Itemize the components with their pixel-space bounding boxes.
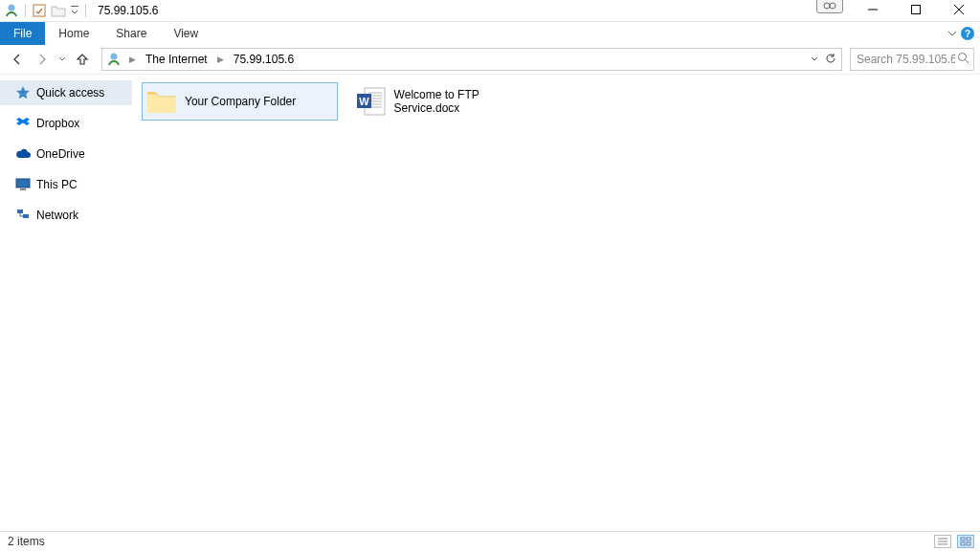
sidebar-item-label: OneDrive bbox=[36, 147, 85, 161]
app-icon bbox=[4, 3, 19, 18]
monitor-icon bbox=[15, 177, 31, 192]
maximize-button[interactable] bbox=[894, 0, 937, 19]
back-button[interactable] bbox=[6, 48, 29, 71]
explorer-body: Quick access Dropbox OneDrive This PC Ne… bbox=[0, 74, 980, 531]
folder-icon bbox=[143, 82, 181, 121]
forward-button[interactable] bbox=[31, 48, 54, 71]
svg-rect-13 bbox=[20, 188, 26, 190]
chevron-right-icon[interactable]: ▶ bbox=[213, 55, 228, 64]
svg-rect-31 bbox=[967, 542, 970, 545]
svg-rect-30 bbox=[961, 542, 965, 545]
file-tab[interactable]: File bbox=[0, 22, 45, 45]
large-icons-view-button[interactable] bbox=[957, 535, 974, 548]
tab-share[interactable]: Share bbox=[102, 22, 160, 45]
minimize-button[interactable] bbox=[851, 0, 894, 19]
refresh-button[interactable] bbox=[824, 52, 837, 68]
sidebar-item-network[interactable]: Network bbox=[0, 203, 132, 228]
sidebar-item-quick-access[interactable]: Quick access bbox=[0, 80, 132, 105]
svg-rect-2 bbox=[71, 6, 78, 7]
tab-view[interactable]: View bbox=[160, 22, 212, 45]
sidebar-item-label: Quick access bbox=[36, 86, 104, 99]
sync-icon[interactable] bbox=[816, 0, 843, 13]
sidebar-item-label: This PC bbox=[36, 178, 78, 191]
chevron-right-icon[interactable]: ▶ bbox=[125, 55, 140, 64]
status-bar: 2 items bbox=[0, 531, 980, 551]
item-label: Welcome to FTP Service.docx bbox=[390, 88, 546, 115]
sidebar-item-this-pc[interactable]: This PC bbox=[0, 172, 132, 197]
network-icon bbox=[15, 208, 31, 223]
svg-line-11 bbox=[966, 60, 969, 63]
onedrive-icon bbox=[15, 146, 31, 162]
window-title: 75.99.105.6 bbox=[98, 4, 158, 17]
item-folder[interactable]: Your Company Folder bbox=[142, 82, 338, 121]
address-dropdown-icon[interactable] bbox=[811, 53, 818, 66]
search-box[interactable] bbox=[850, 48, 974, 71]
separator bbox=[25, 4, 26, 17]
properties-icon[interactable] bbox=[32, 3, 47, 18]
sidebar-item-label: Dropbox bbox=[36, 117, 79, 130]
sidebar-item-onedrive[interactable]: OneDrive bbox=[0, 142, 132, 166]
svg-rect-29 bbox=[967, 538, 970, 540]
word-doc-icon: W bbox=[352, 82, 390, 121]
svg-rect-1 bbox=[33, 5, 45, 16]
details-view-button[interactable] bbox=[934, 535, 951, 548]
search-icon[interactable] bbox=[957, 52, 969, 67]
status-item-count: 2 items bbox=[8, 535, 45, 548]
recent-locations-dropdown[interactable] bbox=[56, 48, 69, 71]
qat-dropdown-icon[interactable] bbox=[70, 3, 79, 18]
navigation-row: ▶ The Internet ▶ 75.99.105.6 bbox=[0, 45, 980, 74]
svg-point-3 bbox=[824, 3, 830, 9]
ribbon-expand-icon[interactable] bbox=[947, 27, 957, 40]
quick-access-toolbar: 75.99.105.6 bbox=[0, 3, 158, 18]
navigation-pane: Quick access Dropbox OneDrive This PC Ne… bbox=[0, 75, 132, 531]
titlebar: 75.99.105.6 bbox=[0, 0, 980, 22]
svg-rect-12 bbox=[16, 179, 30, 187]
item-label: Your Company Folder bbox=[181, 95, 296, 108]
tab-home[interactable]: Home bbox=[45, 22, 102, 45]
new-folder-icon[interactable] bbox=[51, 3, 66, 18]
location-icon bbox=[106, 52, 122, 67]
svg-point-9 bbox=[111, 54, 118, 60]
ribbon-tabs: File Home Share View ? bbox=[0, 22, 980, 45]
sidebar-item-label: Network bbox=[36, 209, 78, 222]
svg-point-0 bbox=[9, 5, 15, 11]
up-button[interactable] bbox=[71, 48, 94, 71]
star-icon bbox=[15, 85, 31, 100]
svg-text:W: W bbox=[359, 96, 369, 107]
address-bar[interactable]: ▶ The Internet ▶ 75.99.105.6 bbox=[101, 48, 842, 71]
content-area[interactable]: Your Company Folder W Welcome to FTP Ser… bbox=[132, 75, 980, 531]
close-button[interactable] bbox=[937, 0, 980, 19]
separator bbox=[85, 4, 86, 17]
item-docx[interactable]: W Welcome to FTP Service.docx bbox=[351, 82, 547, 121]
svg-rect-6 bbox=[911, 6, 920, 14]
svg-point-10 bbox=[959, 54, 967, 61]
svg-rect-14 bbox=[17, 209, 23, 213]
search-input[interactable] bbox=[855, 52, 957, 67]
breadcrumb-root[interactable]: The Internet bbox=[144, 51, 210, 68]
svg-rect-28 bbox=[961, 538, 965, 540]
help-icon[interactable]: ? bbox=[961, 27, 974, 40]
window-controls bbox=[816, 0, 980, 19]
svg-point-4 bbox=[830, 3, 835, 9]
dropbox-icon bbox=[15, 116, 31, 131]
sidebar-item-dropbox[interactable]: Dropbox bbox=[0, 111, 132, 136]
breadcrumb-current[interactable]: 75.99.105.6 bbox=[232, 51, 296, 68]
